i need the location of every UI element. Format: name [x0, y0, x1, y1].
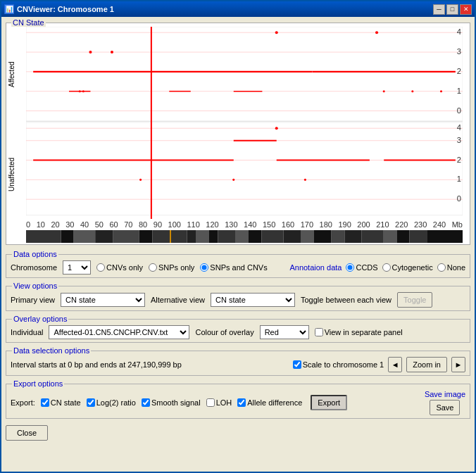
- title-bar-left: 📊 CNViewer: Chromosome 1: [4, 4, 114, 14]
- log2-export-label[interactable]: Log(2) ratio: [87, 398, 136, 407]
- cytogenetic-radio[interactable]: Cytogenetic: [382, 263, 433, 272]
- band-segment: [209, 230, 218, 243]
- allele-diff-export-label[interactable]: Allele difference: [237, 398, 302, 407]
- svg-point-35: [411, 90, 413, 92]
- band-segment: [262, 230, 284, 243]
- maximize-button[interactable]: □: [446, 4, 458, 15]
- band-segment: [362, 230, 384, 243]
- export-label: Export:: [11, 398, 35, 407]
- band-segment: [218, 230, 236, 243]
- close-button[interactable]: Close: [6, 425, 48, 441]
- app-icon: 📊: [4, 4, 14, 14]
- loh-checkbox[interactable]: [206, 398, 215, 407]
- toggle-button[interactable]: Toggle: [397, 292, 432, 308]
- view-separate-checkbox[interactable]: [315, 328, 323, 336]
- svg-text:4: 4: [457, 123, 461, 132]
- svg-point-44: [304, 179, 306, 181]
- individual-select[interactable]: Affected-01.CN5.CNCHP.CNV.txt Unaffected…: [49, 325, 189, 339]
- svg-point-27: [275, 31, 278, 34]
- band-segment: [384, 230, 397, 243]
- band-segment: [153, 230, 188, 243]
- band-segment: [314, 230, 332, 243]
- band-segment: [196, 230, 210, 243]
- chart-section-label: CN State: [11, 18, 46, 27]
- band-segment: [74, 230, 96, 243]
- close-row: Close: [6, 422, 470, 441]
- toggle-label: Toggle between each view: [301, 296, 392, 304]
- colour-label: Colour of overlay: [195, 328, 253, 336]
- svg-text:4: 4: [457, 27, 461, 36]
- data-selection-content: Interval starts at 0 bp and ends at 247,…: [6, 351, 470, 375]
- loh-export-label[interactable]: LOH: [206, 398, 232, 407]
- smooth-signal-checkbox[interactable]: [142, 398, 150, 407]
- scale-label[interactable]: Scale to chromosome 1: [293, 360, 384, 369]
- x-axis-labels: 0 10 20 30 40 50 60 70 80 90 100 110 120…: [26, 220, 463, 229]
- log2-checkbox[interactable]: [87, 398, 95, 407]
- band-segment: [96, 230, 113, 243]
- chart-svg: 4 3 2 1 0 4 3 2 1 0: [26, 27, 463, 219]
- chart-section: CN State Affected Unaffected: [6, 20, 470, 245]
- window-controls: ─ □ ✕: [433, 4, 472, 15]
- save-image-label: Save image: [425, 390, 465, 398]
- svg-point-26: [111, 51, 113, 53]
- smooth-signal-export-label[interactable]: Smooth signal: [142, 398, 201, 407]
- interval-text: Interval starts at 0 bp and ends at 247,…: [11, 360, 182, 369]
- none-radio[interactable]: None: [437, 263, 465, 272]
- alternative-view-label: Alternative view: [151, 296, 205, 304]
- primary-view-select[interactable]: CN stateLog(2) ratioB allele frequency: [61, 293, 145, 307]
- save-image-area: Save image Save: [425, 390, 465, 415]
- data-selection-section: Data selection options Interval starts a…: [6, 351, 470, 376]
- snps-and-cnvs-radio[interactable]: SNPs and CNVs: [200, 263, 267, 272]
- zoom-in-button[interactable]: Zoom in: [406, 357, 447, 372]
- primary-view-label: Primary view: [11, 296, 55, 304]
- band-segment: [332, 230, 345, 243]
- svg-point-45: [275, 127, 278, 130]
- chromosome-select[interactable]: 123: [63, 260, 91, 275]
- cn-state-checkbox[interactable]: [41, 398, 49, 407]
- next-button[interactable]: ►: [451, 357, 465, 372]
- prev-button[interactable]: ◄: [388, 357, 402, 372]
- colour-select[interactable]: RedBlueGreen: [260, 325, 309, 339]
- svg-text:2: 2: [457, 67, 461, 75]
- chromosome-label: Chromosome: [11, 263, 57, 272]
- allele-diff-checkbox[interactable]: [237, 398, 246, 407]
- data-options-title: Data options: [12, 250, 58, 258]
- overlay-options-content: Individual Affected-01.CN5.CNCHP.CNV.txt…: [6, 320, 470, 342]
- export-options-content: Export: CN state Log(2) ratio Smooth sig…: [6, 384, 470, 418]
- band-segment: [284, 230, 301, 243]
- svg-point-34: [383, 90, 385, 92]
- cn-state-export-label[interactable]: CN state: [41, 398, 81, 407]
- band-segment: [397, 230, 411, 243]
- alternative-view-select[interactable]: CN stateLog(2) ratioB allele frequency: [211, 293, 295, 307]
- scale-checkbox[interactable]: [293, 360, 301, 369]
- band-segment: [139, 230, 153, 243]
- minimize-button[interactable]: ─: [433, 4, 445, 15]
- svg-text:0: 0: [457, 106, 461, 115]
- band-segment: [301, 230, 315, 243]
- window-title: CNViewer: Chromosome 1: [17, 5, 114, 13]
- save-button[interactable]: Save: [430, 400, 460, 415]
- band-segment: [410, 230, 427, 243]
- band-segment: [345, 230, 363, 243]
- svg-text:1: 1: [457, 87, 461, 95]
- scale-zoom-area: Scale to chromosome 1 ◄ Zoom in ►: [293, 357, 465, 372]
- export-options-section: Export options Export: CN state Log(2) r…: [6, 384, 470, 419]
- data-options-content: Chromosome 123 CNVs only SNPs only SNPs …: [6, 255, 470, 277]
- cnvs-only-radio[interactable]: CNVs only: [96, 263, 143, 272]
- export-button[interactable]: Export: [311, 395, 347, 410]
- band-segment: [61, 230, 75, 243]
- overlay-options-section: Overlay options Individual Affected-01.C…: [6, 319, 470, 343]
- cytoband-strip: [26, 230, 463, 243]
- svg-text:3: 3: [457, 47, 461, 56]
- title-bar: 📊 CNViewer: Chromosome 1 ─ □ ✕: [1, 1, 475, 17]
- close-window-button[interactable]: ✕: [460, 4, 472, 15]
- band-segment: [249, 230, 262, 243]
- svg-rect-1: [26, 27, 463, 121]
- svg-text:3: 3: [457, 136, 461, 144]
- snps-only-radio[interactable]: SNPs only: [149, 263, 194, 272]
- svg-point-36: [440, 90, 442, 92]
- ccds-radio[interactable]: CCDS: [346, 263, 377, 272]
- export-options-title: Export options: [12, 379, 64, 388]
- view-separate-label[interactable]: View in separate panel: [315, 328, 403, 336]
- band-segment: [187, 230, 196, 243]
